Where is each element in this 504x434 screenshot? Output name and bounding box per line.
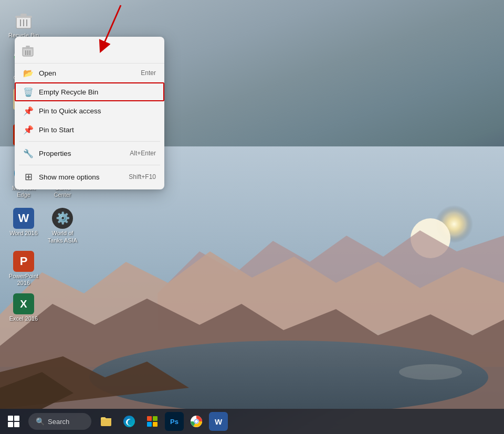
word-2016-label: Word 2016 bbox=[9, 230, 38, 237]
taskbar-file-explorer[interactable] bbox=[96, 411, 117, 432]
world-of-tanks-label: World of Tanks ASIA bbox=[46, 230, 79, 244]
context-menu-divider bbox=[19, 141, 160, 142]
powerpoint-icon[interactable]: P PowerPoint 2016 bbox=[5, 249, 42, 289]
pin-start-label: Pin to Start bbox=[39, 126, 156, 134]
show-more-label: Show more options bbox=[39, 173, 129, 181]
pin-quick-icon: 📌 bbox=[23, 105, 34, 116]
open-label: Open bbox=[39, 69, 141, 77]
word-2016-image: W bbox=[13, 208, 34, 229]
show-more-shortcut: Shift+F10 bbox=[129, 173, 156, 181]
recycle-bin-image bbox=[13, 10, 34, 31]
logo-quad-3 bbox=[8, 422, 13, 427]
taskbar-word[interactable]: W bbox=[209, 412, 228, 431]
windows-logo bbox=[8, 416, 19, 427]
taskbar-photoshop[interactable]: Ps bbox=[165, 412, 184, 431]
context-menu-pin-start[interactable]: 📌 Pin to Start bbox=[15, 120, 164, 139]
excel-label: Excel 2016 bbox=[9, 315, 38, 322]
show-more-icon: ⊞ bbox=[23, 172, 34, 182]
svg-rect-33 bbox=[153, 422, 158, 427]
context-menu-header-icon bbox=[21, 44, 36, 59]
start-button[interactable] bbox=[2, 410, 25, 433]
taskbar-search[interactable]: 🔍 Search bbox=[28, 413, 91, 430]
logo-quad-2 bbox=[14, 416, 19, 421]
svg-rect-30 bbox=[147, 416, 152, 421]
properties-shortcut: Alt+Enter bbox=[130, 150, 156, 157]
svg-rect-32 bbox=[147, 422, 152, 427]
context-menu-divider-2 bbox=[19, 165, 160, 165]
logo-quad-1 bbox=[8, 416, 13, 421]
context-menu: 📂 Open Enter 🗑️ Empty Recycle Bin 📌 Pin … bbox=[15, 37, 164, 189]
empty-recycle-label: Empty Recycle Bin bbox=[39, 88, 156, 96]
taskbar: 🔍 Search bbox=[0, 409, 504, 434]
context-menu-header bbox=[15, 40, 164, 63]
svg-point-7 bbox=[399, 364, 462, 380]
properties-icon: 🔧 bbox=[23, 148, 34, 158]
taskbar-ms-store[interactable] bbox=[142, 411, 163, 432]
context-menu-open[interactable]: 📂 Open Enter bbox=[15, 63, 164, 82]
pin-start-icon: 📌 bbox=[23, 124, 34, 135]
word-2016-icon[interactable]: W Word 2016 bbox=[5, 206, 42, 246]
recycle-bin-icon[interactable]: Recycle Bin bbox=[5, 8, 42, 41]
context-menu-empty-recycle[interactable]: 🗑️ Empty Recycle Bin bbox=[15, 82, 164, 101]
excel-image: X bbox=[13, 293, 34, 314]
svg-point-36 bbox=[195, 420, 198, 423]
properties-label: Properties bbox=[39, 150, 130, 157]
context-menu-show-more[interactable]: ⊞ Show more options Shift+F10 bbox=[15, 167, 164, 186]
open-icon: 📂 bbox=[23, 68, 34, 78]
taskbar-apps: Ps W bbox=[96, 411, 228, 432]
taskbar-search-icon: 🔍 bbox=[36, 417, 45, 426]
svg-rect-11 bbox=[15, 16, 32, 18]
svg-rect-21 bbox=[22, 47, 34, 49]
powerpoint-label: PowerPoint 2016 bbox=[7, 273, 40, 287]
pin-quick-label: Pin to Quick access bbox=[39, 107, 156, 115]
context-menu-pin-quick[interactable]: 📌 Pin to Quick access bbox=[15, 101, 164, 120]
excel-icon[interactable]: X Excel 2016 bbox=[5, 291, 42, 324]
taskbar-chrome[interactable] bbox=[186, 411, 207, 432]
svg-rect-31 bbox=[153, 416, 158, 421]
context-menu-properties[interactable]: 🔧 Properties Alt+Enter bbox=[15, 144, 164, 163]
powerpoint-image: P bbox=[13, 251, 34, 272]
taskbar-search-text: Search bbox=[48, 418, 69, 426]
taskbar-edge[interactable] bbox=[119, 411, 140, 432]
logo-quad-4 bbox=[14, 422, 19, 427]
empty-recycle-icon: 🗑️ bbox=[23, 87, 34, 97]
world-of-tanks-icon[interactable]: ⚙️ World of Tanks ASIA bbox=[44, 206, 81, 246]
svg-rect-12 bbox=[20, 14, 27, 16]
svg-rect-22 bbox=[26, 46, 30, 47]
svg-rect-28 bbox=[101, 418, 111, 426]
desktop: Recycle Bin Google Chrome 🖥️ Contr... bbox=[0, 0, 504, 434]
world-of-tanks-image: ⚙️ bbox=[52, 208, 73, 229]
open-shortcut: Enter bbox=[141, 69, 156, 77]
